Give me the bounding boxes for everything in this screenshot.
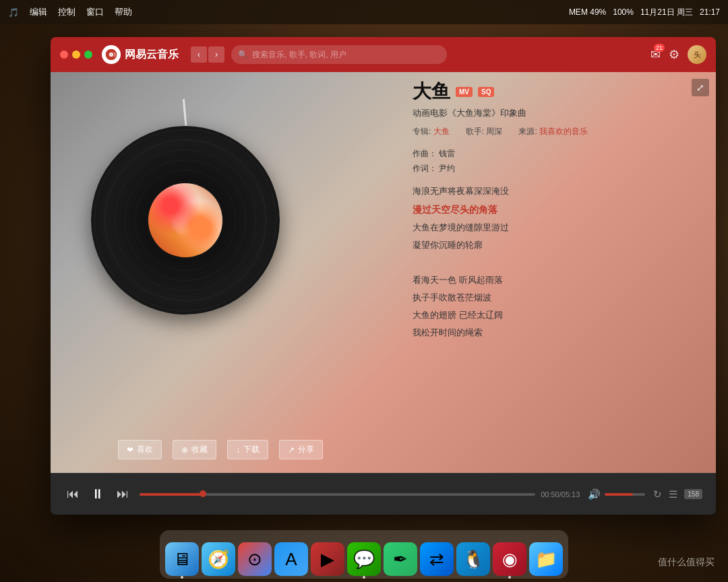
song-subtitle: 动画电影《大鱼海棠》印象曲 bbox=[413, 107, 696, 119]
notification-badge: 21 bbox=[654, 44, 665, 52]
singer-info: 歌手: 周深 bbox=[466, 126, 503, 137]
lyric-line: 大鱼在梦境的缝隙里游过 bbox=[413, 219, 696, 236]
album-link[interactable]: 大鱼 bbox=[433, 127, 450, 136]
dock-item-files[interactable]: 📁 bbox=[529, 542, 563, 576]
menu-bar-right: MEM 49% 100% 11月21日 周三 21:17 bbox=[569, 7, 720, 18]
dock-item-evernote[interactable]: ✒ bbox=[384, 542, 417, 576]
album-art bbox=[148, 183, 222, 257]
action-buttons: ❤喜欢⊕收藏↓下载↗分享 bbox=[118, 440, 323, 459]
dock-item-safari[interactable]: 🧭 bbox=[202, 542, 235, 576]
search-input[interactable] bbox=[252, 50, 440, 59]
menu-app-icon[interactable]: 🎵 bbox=[8, 7, 19, 18]
player-bar: ⏮ ⏸ ⏭ 00:50/05:13 🔊 ↻ ☰ 158 bbox=[51, 473, 716, 515]
nav-forward-button[interactable]: › bbox=[208, 46, 224, 63]
progress-bar[interactable] bbox=[140, 493, 535, 496]
minimize-button[interactable] bbox=[72, 51, 80, 59]
menu-item-control[interactable]: 控制 bbox=[58, 6, 75, 18]
song-info: 大鱼 MV SQ 动画电影《大鱼海棠》印象曲 专辑: 大鱼 歌手: 周深 来源:… bbox=[413, 79, 696, 342]
lyric-line: 我松开时间的绳索 bbox=[413, 324, 696, 342]
lyric-line: 漫过天空尽头的角落 bbox=[413, 200, 696, 219]
lyric-line: 凝望你沉睡的轮廓 bbox=[413, 236, 696, 254]
menu-bar: 🎵 编辑 控制 窗口 帮助 MEM 49% 100% 11月21日 周三 21:… bbox=[0, 0, 728, 24]
progress-dot bbox=[200, 490, 206, 497]
source-info: 来源: 我喜欢的音乐 bbox=[518, 126, 588, 137]
player-right-icons: ↻ ☰ 158 bbox=[653, 488, 702, 500]
volume-bar[interactable] bbox=[605, 493, 645, 496]
album-info: 专辑: 大鱼 bbox=[413, 126, 450, 137]
date-display: 11月21日 周三 bbox=[640, 7, 693, 18]
playlist-icon[interactable]: ☰ bbox=[669, 488, 677, 500]
player-controls: ⏮ ⏸ ⏭ bbox=[64, 484, 131, 505]
song-credits: 作曲： 钱雷 作词： 尹约 bbox=[413, 147, 696, 176]
action-btn-collect[interactable]: ⊕收藏 bbox=[173, 440, 216, 459]
lyrics-container: 海浪无声将夜幕深深淹没漫过天空尽头的角落大鱼在梦境的缝隙里游过凝望你沉睡的轮廓 … bbox=[413, 183, 696, 342]
mem-indicator: MEM 49% bbox=[569, 7, 606, 17]
user-avatar[interactable]: 头 bbox=[688, 45, 706, 64]
dock-item-qq[interactable]: 🐧 bbox=[456, 542, 490, 576]
dock: 🖥🧭⊙A▶💬✒⇄🐧◉📁 bbox=[160, 530, 568, 579]
dock-item-finder[interactable]: 🖥 bbox=[165, 542, 199, 576]
lyric-line: 看海天一色 听风起雨落 bbox=[413, 271, 696, 289]
svg-point-1 bbox=[109, 53, 114, 57]
quality-badge[interactable]: 158 bbox=[684, 489, 702, 499]
loop-icon[interactable]: ↻ bbox=[653, 488, 662, 500]
mv-badge[interactable]: MV bbox=[456, 87, 473, 97]
app-title: 网易云音乐 bbox=[125, 48, 179, 62]
prev-button[interactable]: ⏮ bbox=[64, 484, 82, 504]
dock-item-parallels[interactable]: ▶ bbox=[311, 542, 344, 576]
menu-bar-left: 🎵 编辑 控制 窗口 帮助 bbox=[8, 6, 132, 18]
maximize-button[interactable] bbox=[84, 51, 92, 59]
pause-button[interactable]: ⏸ bbox=[88, 484, 107, 505]
time-display: 00:50/05:13 bbox=[541, 490, 580, 498]
main-content: ⤢ 大鱼 MV SQ 动画电影《大鱼海棠》印象曲 专辑: 大鱼 歌手: 周深 来… bbox=[51, 72, 716, 473]
progress-area: 00:50/05:13 bbox=[140, 490, 580, 498]
search-icon: 🔍 bbox=[238, 50, 248, 59]
song-title: 大鱼 bbox=[413, 79, 450, 104]
dock-item-teamviewer[interactable]: ⇄ bbox=[420, 542, 454, 576]
close-button[interactable] bbox=[60, 51, 68, 59]
lyricist-line: 作词： 尹约 bbox=[413, 162, 696, 176]
app-window: 网易云音乐 ‹ › 🔍 ✉ 21 ⚙ 头 bbox=[51, 37, 716, 515]
notification-icon[interactable]: ✉ 21 bbox=[650, 47, 661, 62]
lyric-line: 海浪无声将夜幕深深淹没 bbox=[413, 183, 696, 200]
traffic-lights bbox=[60, 51, 92, 59]
volume-area: 🔊 bbox=[588, 488, 645, 500]
settings-icon[interactable]: ⚙ bbox=[669, 47, 679, 62]
vinyl-area bbox=[71, 86, 300, 355]
logo-icon bbox=[102, 45, 121, 64]
nav-back-button[interactable]: ‹ bbox=[191, 46, 207, 63]
action-btn-download[interactable]: ↓下载 bbox=[227, 440, 268, 459]
source-link[interactable]: 我喜欢的音乐 bbox=[539, 127, 588, 136]
search-bar[interactable]: 🔍 bbox=[231, 45, 447, 64]
action-btn-like[interactable]: ❤喜欢 bbox=[118, 440, 162, 459]
lyric-line: 大鱼的翅膀 已经太辽阔 bbox=[413, 306, 696, 324]
lyric-line: 执子手吹散苍茫烟波 bbox=[413, 289, 696, 306]
app-logo: 网易云音乐 bbox=[102, 45, 179, 64]
toolbar: 网易云音乐 ‹ › 🔍 ✉ 21 ⚙ 头 bbox=[51, 37, 716, 72]
watermark: 值什么值得买 bbox=[658, 556, 715, 569]
menu-item-help[interactable]: 帮助 bbox=[115, 6, 132, 18]
action-btn-share[interactable]: ↗分享 bbox=[279, 440, 323, 459]
nav-arrows: ‹ › bbox=[191, 46, 224, 63]
menu-item-edit[interactable]: 编辑 bbox=[30, 6, 47, 18]
dock-dot-finder bbox=[181, 576, 183, 579]
time-display: 21:17 bbox=[700, 7, 720, 17]
dock-item-chrome[interactable]: ⊙ bbox=[238, 542, 272, 576]
dock-item-wechat[interactable]: 💬 bbox=[347, 542, 381, 576]
vinyl-record bbox=[91, 126, 280, 315]
menu-item-window[interactable]: 窗口 bbox=[86, 6, 104, 18]
sq-badge[interactable]: SQ bbox=[478, 87, 494, 97]
song-meta: 专辑: 大鱼 歌手: 周深 来源: 我喜欢的音乐 bbox=[413, 126, 696, 137]
song-title-row: 大鱼 MV SQ bbox=[413, 79, 696, 104]
next-button[interactable]: ⏭ bbox=[114, 484, 131, 504]
lyric-line bbox=[413, 254, 696, 271]
volume-icon[interactable]: 🔊 bbox=[588, 488, 601, 500]
dock-item-appstore[interactable]: A bbox=[274, 542, 308, 576]
dock-item-netease[interactable]: ◉ bbox=[493, 542, 526, 576]
battery-indicator: 100% bbox=[613, 7, 634, 17]
toolbar-right: ✉ 21 ⚙ 头 bbox=[650, 45, 706, 64]
dock-dot-netease bbox=[508, 576, 511, 579]
composer-line: 作曲： 钱雷 bbox=[413, 147, 696, 162]
dock-dot-wechat bbox=[363, 576, 365, 579]
